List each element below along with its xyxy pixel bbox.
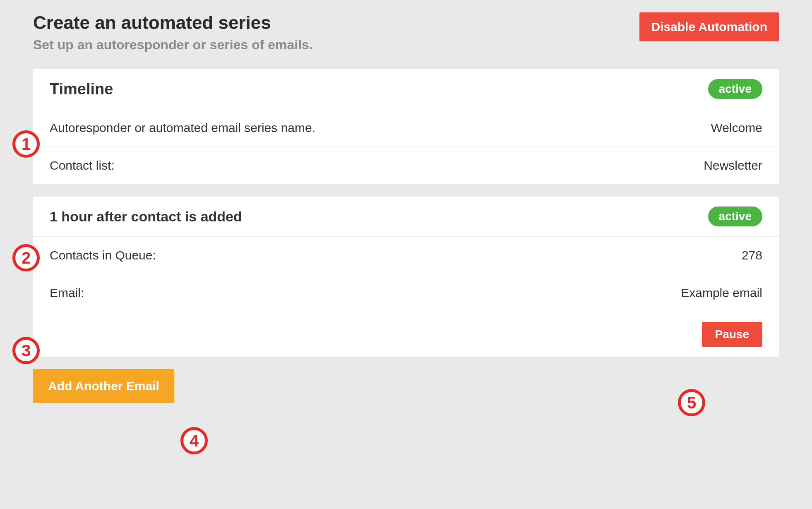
timeline-header: Timeline active: [33, 69, 779, 109]
series-name-row[interactable]: Autoresponder or automated email series …: [33, 109, 779, 147]
callout-3: 3: [12, 337, 40, 364]
contacts-queue-value: 278: [742, 248, 762, 262]
email-value: Example email: [681, 286, 762, 300]
step-title: 1 hour after contact is added: [50, 209, 242, 225]
callout-2: 2: [12, 244, 40, 271]
contact-list-label: Contact list:: [50, 158, 115, 173]
step-card: 1 hour after contact is added active Con…: [33, 197, 779, 357]
status-badge: active: [708, 79, 762, 99]
page-title: Create an automated series: [33, 12, 313, 33]
step-action-row: Pause: [33, 312, 779, 357]
contacts-queue-label: Contacts in Queue:: [50, 248, 156, 262]
add-another-email-button[interactable]: Add Another Email: [33, 369, 174, 403]
timeline-card: Timeline active Autoresponder or automat…: [33, 69, 779, 184]
email-row[interactable]: Email: Example email: [33, 274, 779, 312]
email-label: Email:: [50, 286, 84, 300]
step-header: 1 hour after contact is added active: [33, 197, 779, 237]
page-header: Create an automated series Set up an aut…: [33, 12, 779, 53]
status-badge: active: [708, 206, 762, 226]
contact-list-value: Newsletter: [704, 158, 762, 173]
timeline-title: Timeline: [50, 80, 113, 98]
callout-4: 4: [180, 427, 208, 454]
header-text: Create an automated series Set up an aut…: [33, 12, 313, 53]
series-name-value: Welcome: [711, 121, 762, 135]
contacts-queue-row[interactable]: Contacts in Queue: 278: [33, 237, 779, 274]
pause-button[interactable]: Pause: [702, 322, 763, 347]
series-name-label: Autoresponder or automated email series …: [50, 121, 315, 135]
disable-automation-button[interactable]: Disable Automation: [639, 12, 779, 41]
callout-5: 5: [678, 389, 705, 416]
callout-1: 1: [12, 130, 40, 158]
contact-list-row[interactable]: Contact list: Newsletter: [33, 147, 779, 184]
page-subtitle: Set up an autoresponder or series of ema…: [33, 37, 313, 53]
